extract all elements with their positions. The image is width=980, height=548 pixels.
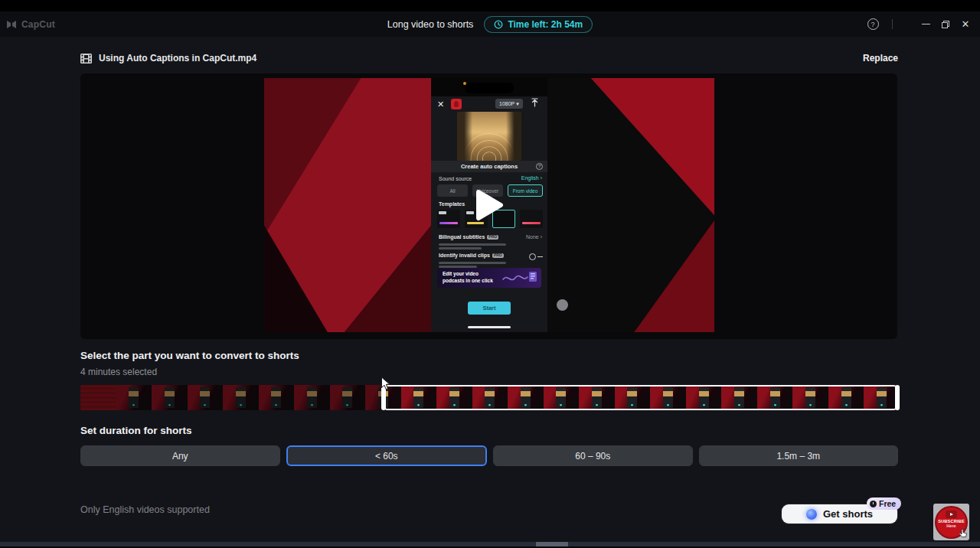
minimize-button[interactable] <box>916 11 936 37</box>
minimize-icon <box>922 24 930 25</box>
ai-orb-icon <box>806 509 817 520</box>
restore-icon <box>942 21 949 28</box>
video-art-left <box>264 78 431 332</box>
file-row: Using Auto Captions in CapCut.mp4 Replac… <box>80 49 898 67</box>
window-title: Long video to shorts <box>387 19 474 30</box>
duration-option-any[interactable]: Any <box>80 445 280 466</box>
video-frame: ✕ 1080P▾ Create auto captions ? Sound so… <box>264 78 714 332</box>
subscribe-sticker: SUBSCRIBE Here <box>933 504 969 540</box>
mouse-cursor-icon <box>381 377 391 391</box>
minutes-selected-text: 4 minutes selected <box>80 367 157 377</box>
clock-icon <box>494 20 503 29</box>
caret-down-icon: ▾ <box>516 101 519 107</box>
podcast-banner-text: Edit your video podcasts in one click <box>443 271 501 285</box>
invalid-clips-label: Identify invalid clipsPRO <box>439 253 504 258</box>
titlebar-divider <box>892 19 893 29</box>
start-button: Start <box>468 302 511 315</box>
bilingual-desc-line <box>439 243 506 246</box>
free-badge: Free <box>867 497 901 510</box>
sheet-help-icon: ? <box>536 163 543 170</box>
here-text: Here <box>946 524 956 528</box>
english-only-note: Only English videos supported <box>80 504 210 515</box>
phone-notch <box>465 83 514 93</box>
play-button[interactable] <box>472 188 506 222</box>
duration-option-1-5m-3m[interactable]: 1.5m – 3m <box>699 445 899 466</box>
free-clock-icon <box>870 501 877 507</box>
app-window: CapCut Long video to shorts Time left: 2… <box>0 0 980 548</box>
restore-button[interactable] <box>936 11 956 37</box>
time-left-text: Time left: 2h 54m <box>508 19 583 30</box>
invalid-desc-line <box>439 262 506 264</box>
flame-badge-icon <box>451 99 462 109</box>
pro-badge: PRO <box>492 253 504 258</box>
timeline-selection[interactable] <box>383 385 898 410</box>
hand-cursor-icon <box>958 528 968 538</box>
timeline <box>80 385 900 410</box>
podcast-banner: Edit your video podcasts in one click <box>437 268 541 288</box>
help-icon: ? <box>867 18 879 30</box>
select-part-heading: Select the part you want to convert to s… <box>80 350 299 361</box>
titlebar: CapCut Long video to shorts Time left: 2… <box>0 11 980 37</box>
recorded-cursor-dot <box>557 299 568 311</box>
close-button[interactable]: ✕ <box>956 11 975 37</box>
duration-option-under-60s[interactable]: < 60s <box>286 445 488 466</box>
time-left-badge: Time left: 2h 54m <box>484 16 593 33</box>
help-button[interactable]: ? <box>863 11 883 37</box>
video-preview-panel: ✕ 1080P▾ Create auto captions ? Sound so… <box>80 73 897 339</box>
language-value: English › <box>431 175 542 181</box>
selection-right-handle[interactable] <box>895 385 900 410</box>
filmstrip-icon <box>80 54 92 64</box>
duration-option-60-90s[interactable]: 60 – 90s <box>493 445 693 466</box>
phone-close-icon: ✕ <box>437 99 444 109</box>
duration-heading: Set duration for shorts <box>80 425 192 436</box>
bilingual-desc-line <box>439 247 482 250</box>
invalid-clips-toggle-icon <box>529 253 543 260</box>
top-black-strip <box>0 0 980 11</box>
recording-dot <box>463 82 466 85</box>
youtube-icon <box>946 510 957 518</box>
get-shorts-label: Get shorts <box>823 508 873 520</box>
close-icon: ✕ <box>962 18 970 30</box>
resolution-chip: 1080P▾ <box>495 99 523 109</box>
bilingual-value: None › <box>431 234 542 240</box>
home-indicator <box>468 326 511 328</box>
titlebar-controls: ? ✕ <box>863 11 975 37</box>
video-filename: Using Auto Captions in CapCut.mp4 <box>99 53 256 64</box>
video-art-right <box>547 78 714 332</box>
chip-all: All <box>437 184 468 197</box>
phone-video-thumbnail <box>457 112 521 161</box>
subscribe-circle: SUBSCRIBE Here <box>935 506 968 539</box>
template-thumb-1 <box>437 210 460 228</box>
timeline-unselected-dim <box>80 385 384 410</box>
play-icon <box>474 188 505 222</box>
template-thumb-4 <box>520 210 543 228</box>
titlebar-center: Long video to shorts Time left: 2h 54m <box>0 11 980 37</box>
replace-button[interactable]: Replace <box>863 53 898 64</box>
waveform-graphic <box>501 270 538 285</box>
sheet-title: Create auto captions ? <box>431 161 547 172</box>
duration-options: Any < 60s 60 – 90s 1.5m – 3m <box>80 445 898 466</box>
export-icon <box>531 98 539 107</box>
templates-label: Templates <box>439 201 465 207</box>
chip-from-video: From video <box>508 184 543 197</box>
